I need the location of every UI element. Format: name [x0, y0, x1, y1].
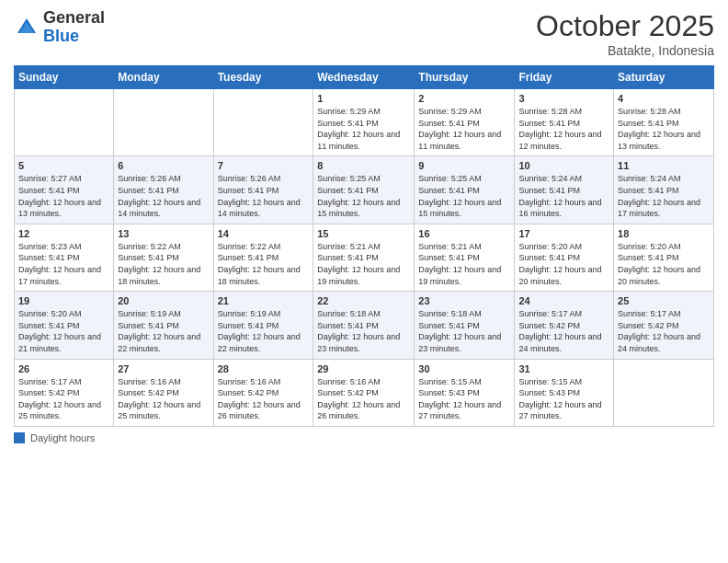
calendar-cell: 26Sunrise: 5:17 AM Sunset: 5:42 PM Dayli… — [15, 359, 114, 426]
logo: General Blue — [14, 9, 105, 46]
day-info: Sunrise: 5:16 AM Sunset: 5:42 PM Dayligh… — [118, 376, 209, 422]
calendar-cell: 20Sunrise: 5:19 AM Sunset: 5:41 PM Dayli… — [114, 292, 213, 359]
page: General Blue October 2025 Batakte, Indon… — [0, 0, 728, 563]
day-number: 17 — [518, 228, 609, 239]
day-number: 6 — [118, 160, 209, 171]
day-number: 2 — [418, 93, 510, 104]
day-info: Sunrise: 5:19 AM Sunset: 5:41 PM Dayligh… — [218, 308, 310, 354]
location: Batakte, Indonesia — [536, 43, 714, 58]
day-number: 18 — [618, 228, 710, 239]
calendar-cell — [213, 89, 313, 156]
calendar-cell: 15Sunrise: 5:21 AM Sunset: 5:41 PM Dayli… — [313, 224, 415, 291]
day-number: 4 — [618, 93, 710, 104]
day-info: Sunrise: 5:24 AM Sunset: 5:41 PM Dayligh… — [518, 173, 609, 219]
calendar-week-1: 1Sunrise: 5:29 AM Sunset: 5:41 PM Daylig… — [15, 89, 714, 156]
calendar-header-row: SundayMondayTuesdayWednesdayThursdayFrid… — [15, 66, 714, 89]
day-info: Sunrise: 5:25 AM Sunset: 5:41 PM Dayligh… — [317, 173, 410, 219]
footer-dot — [14, 432, 25, 443]
title-block: October 2025 Batakte, Indonesia — [536, 9, 714, 58]
calendar-cell — [114, 89, 213, 156]
calendar-week-2: 5Sunrise: 5:27 AM Sunset: 5:41 PM Daylig… — [15, 156, 714, 224]
day-number: 9 — [418, 160, 510, 171]
calendar-cell: 28Sunrise: 5:16 AM Sunset: 5:42 PM Dayli… — [213, 359, 313, 426]
calendar-cell: 22Sunrise: 5:18 AM Sunset: 5:41 PM Dayli… — [313, 292, 415, 359]
calendar-header-thursday: Thursday — [415, 66, 515, 89]
day-info: Sunrise: 5:27 AM Sunset: 5:41 PM Dayligh… — [18, 173, 109, 219]
day-number: 19 — [18, 295, 109, 306]
day-info: Sunrise: 5:21 AM Sunset: 5:41 PM Dayligh… — [317, 241, 410, 287]
header: General Blue October 2025 Batakte, Indon… — [14, 9, 714, 58]
day-info: Sunrise: 5:22 AM Sunset: 5:41 PM Dayligh… — [218, 241, 310, 287]
calendar-table: SundayMondayTuesdayWednesdayThursdayFrid… — [14, 65, 714, 427]
calendar-cell: 19Sunrise: 5:20 AM Sunset: 5:41 PM Dayli… — [15, 292, 114, 359]
day-number: 1 — [317, 93, 410, 104]
logo-icon — [14, 15, 40, 40]
calendar-header-tuesday: Tuesday — [213, 66, 313, 89]
day-info: Sunrise: 5:26 AM Sunset: 5:41 PM Dayligh… — [218, 173, 310, 219]
day-info: Sunrise: 5:20 AM Sunset: 5:41 PM Dayligh… — [618, 241, 710, 287]
calendar-cell: 30Sunrise: 5:15 AM Sunset: 5:43 PM Dayli… — [415, 359, 515, 426]
day-number: 23 — [418, 295, 510, 306]
calendar-cell: 5Sunrise: 5:27 AM Sunset: 5:41 PM Daylig… — [15, 156, 114, 224]
day-info: Sunrise: 5:22 AM Sunset: 5:41 PM Dayligh… — [118, 241, 209, 287]
calendar-cell: 29Sunrise: 5:16 AM Sunset: 5:42 PM Dayli… — [313, 359, 415, 426]
calendar-cell: 21Sunrise: 5:19 AM Sunset: 5:41 PM Dayli… — [213, 292, 313, 359]
logo-blue-text: Blue — [43, 27, 79, 45]
day-info: Sunrise: 5:29 AM Sunset: 5:41 PM Dayligh… — [418, 106, 510, 152]
calendar-cell: 31Sunrise: 5:15 AM Sunset: 5:43 PM Dayli… — [515, 359, 614, 426]
month-title: October 2025 — [536, 9, 714, 43]
day-number: 29 — [317, 363, 410, 374]
calendar-cell — [614, 359, 714, 426]
day-info: Sunrise: 5:18 AM Sunset: 5:41 PM Dayligh… — [418, 308, 510, 354]
day-number: 30 — [418, 363, 510, 374]
day-info: Sunrise: 5:24 AM Sunset: 5:41 PM Dayligh… — [618, 173, 710, 219]
calendar-cell: 14Sunrise: 5:22 AM Sunset: 5:41 PM Dayli… — [213, 224, 313, 291]
day-info: Sunrise: 5:18 AM Sunset: 5:41 PM Dayligh… — [317, 308, 410, 354]
day-info: Sunrise: 5:20 AM Sunset: 5:41 PM Dayligh… — [18, 308, 109, 354]
day-info: Sunrise: 5:17 AM Sunset: 5:42 PM Dayligh… — [618, 308, 710, 354]
calendar-cell: 7Sunrise: 5:26 AM Sunset: 5:41 PM Daylig… — [213, 156, 313, 224]
day-info: Sunrise: 5:16 AM Sunset: 5:42 PM Dayligh… — [218, 376, 310, 422]
day-info: Sunrise: 5:15 AM Sunset: 5:43 PM Dayligh… — [418, 376, 510, 422]
footer: Daylight hours — [14, 432, 714, 443]
day-number: 13 — [118, 228, 209, 239]
day-number: 21 — [218, 295, 310, 306]
calendar-cell: 25Sunrise: 5:17 AM Sunset: 5:42 PM Dayli… — [614, 292, 714, 359]
calendar-cell: 17Sunrise: 5:20 AM Sunset: 5:41 PM Dayli… — [515, 224, 614, 291]
day-info: Sunrise: 5:17 AM Sunset: 5:42 PM Dayligh… — [518, 308, 609, 354]
day-info: Sunrise: 5:19 AM Sunset: 5:41 PM Dayligh… — [118, 308, 209, 354]
footer-label: Daylight hours — [30, 432, 95, 443]
day-number: 20 — [118, 295, 209, 306]
day-number: 10 — [518, 160, 609, 171]
day-number: 8 — [317, 160, 410, 171]
calendar-header-wednesday: Wednesday — [313, 66, 415, 89]
day-number: 7 — [218, 160, 310, 171]
day-info: Sunrise: 5:15 AM Sunset: 5:43 PM Dayligh… — [518, 376, 609, 422]
day-number: 5 — [18, 160, 109, 171]
calendar-cell: 18Sunrise: 5:20 AM Sunset: 5:41 PM Dayli… — [614, 224, 714, 291]
day-number: 11 — [618, 160, 710, 171]
calendar-header-friday: Friday — [515, 66, 614, 89]
day-number: 15 — [317, 228, 410, 239]
calendar-week-3: 12Sunrise: 5:23 AM Sunset: 5:41 PM Dayli… — [15, 224, 714, 291]
calendar-cell: 4Sunrise: 5:28 AM Sunset: 5:41 PM Daylig… — [614, 89, 714, 156]
day-info: Sunrise: 5:28 AM Sunset: 5:41 PM Dayligh… — [618, 106, 710, 152]
day-info: Sunrise: 5:25 AM Sunset: 5:41 PM Dayligh… — [418, 173, 510, 219]
calendar-cell: 3Sunrise: 5:28 AM Sunset: 5:41 PM Daylig… — [515, 89, 614, 156]
calendar-cell: 16Sunrise: 5:21 AM Sunset: 5:41 PM Dayli… — [415, 224, 515, 291]
day-number: 22 — [317, 295, 410, 306]
logo-general-text: General — [43, 8, 105, 27]
day-number: 27 — [118, 363, 209, 374]
calendar-cell: 9Sunrise: 5:25 AM Sunset: 5:41 PM Daylig… — [415, 156, 515, 224]
calendar-cell — [15, 89, 114, 156]
day-number: 14 — [218, 228, 310, 239]
day-info: Sunrise: 5:23 AM Sunset: 5:41 PM Dayligh… — [18, 241, 109, 287]
day-info: Sunrise: 5:29 AM Sunset: 5:41 PM Dayligh… — [317, 106, 410, 152]
calendar-cell: 27Sunrise: 5:16 AM Sunset: 5:42 PM Dayli… — [114, 359, 213, 426]
day-info: Sunrise: 5:28 AM Sunset: 5:41 PM Dayligh… — [518, 106, 609, 152]
day-number: 3 — [518, 93, 609, 104]
calendar-cell: 12Sunrise: 5:23 AM Sunset: 5:41 PM Dayli… — [15, 224, 114, 291]
calendar-cell: 1Sunrise: 5:29 AM Sunset: 5:41 PM Daylig… — [313, 89, 415, 156]
calendar-cell: 13Sunrise: 5:22 AM Sunset: 5:41 PM Dayli… — [114, 224, 213, 291]
calendar-cell: 23Sunrise: 5:18 AM Sunset: 5:41 PM Dayli… — [415, 292, 515, 359]
